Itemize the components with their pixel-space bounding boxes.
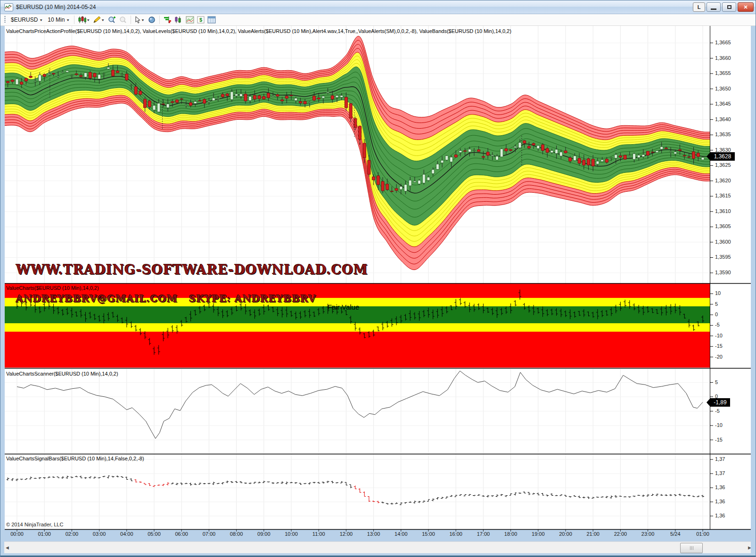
chart-canvas[interactable]: 1,3628-1,89	[0, 0, 756, 557]
svg-text:1,3628: 1,3628	[714, 153, 731, 160]
window-frame-left	[0, 26, 4, 553]
window-frame-right	[751, 26, 756, 553]
chart-window: $EURUSD (10 Min) 2014-05-24 L ✕ $EURUSD▼…	[0, 0, 756, 557]
svg-text:-1,89: -1,89	[714, 399, 727, 406]
